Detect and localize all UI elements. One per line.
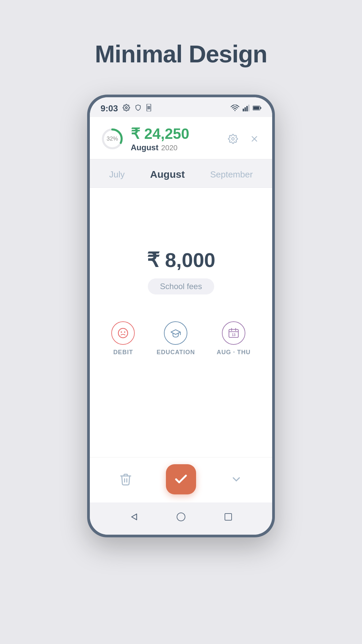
home-button[interactable] <box>173 508 189 525</box>
back-button[interactable] <box>125 508 142 525</box>
calendar-item: 13 AUG · THU <box>217 321 251 356</box>
phone-screen: 9:03 <box>90 97 272 535</box>
date-label: AUG · THU <box>217 349 251 356</box>
debit-icon-circle <box>111 321 135 345</box>
education-label: EDUCATION <box>157 349 195 356</box>
month-tabs[interactable]: July August September <box>90 159 272 187</box>
status-bar: 9:03 <box>90 97 272 117</box>
delete-button[interactable] <box>116 469 136 489</box>
tab-august[interactable]: August <box>143 167 191 182</box>
svg-marker-27 <box>131 514 136 520</box>
header-card: 32% ₹ 24,250 August 2020 <box>90 117 272 159</box>
recent-button[interactable] <box>220 508 237 525</box>
svg-rect-2 <box>147 106 150 109</box>
svg-point-3 <box>234 110 235 111</box>
tab-september[interactable]: September <box>203 167 259 182</box>
svg-rect-29 <box>225 514 232 520</box>
tab-july[interactable]: July <box>103 167 131 182</box>
phone-frame: 9:03 <box>87 95 275 537</box>
status-time: 9:03 <box>101 103 118 114</box>
content-area: ₹ 8,000 School fees <box>90 188 272 457</box>
svg-marker-20 <box>171 330 180 334</box>
header-month-row: August 2020 <box>131 143 189 152</box>
svg-point-28 <box>177 513 185 521</box>
signal-icon <box>243 105 249 113</box>
page-title: Minimal Design <box>95 40 267 68</box>
shield-icon <box>135 104 141 113</box>
svg-point-18 <box>121 331 122 333</box>
expand-button[interactable] <box>226 469 246 489</box>
bottom-bar <box>90 457 272 502</box>
svg-rect-6 <box>246 106 248 111</box>
header-left: 32% ₹ 24,250 August 2020 <box>101 125 189 152</box>
svg-point-0 <box>125 107 127 109</box>
debit-item: DEBIT <box>111 321 135 356</box>
close-button[interactable] <box>247 132 261 146</box>
svg-rect-4 <box>243 109 244 111</box>
header-month: August <box>131 143 159 152</box>
calendar-icon-circle: 13 <box>222 321 245 345</box>
budget-percent: 32% <box>107 136 118 142</box>
header-actions <box>226 132 261 146</box>
header-year: 2020 <box>161 144 178 152</box>
education-icon-circle <box>164 321 187 345</box>
confirm-button[interactable] <box>166 464 196 494</box>
battery-icon <box>253 105 261 112</box>
wifi-icon <box>231 105 239 113</box>
android-nav <box>90 502 272 535</box>
header-amount: ₹ 24,250 <box>131 125 189 142</box>
svg-text:13: 13 <box>232 333 236 337</box>
header-info: ₹ 24,250 August 2020 <box>131 125 189 152</box>
settings-button[interactable] <box>226 132 240 146</box>
budget-progress-circle: 32% <box>101 127 124 151</box>
svg-rect-5 <box>245 107 246 111</box>
svg-point-19 <box>124 331 125 333</box>
transaction-tag: School fees <box>148 278 214 294</box>
settings-icon <box>123 104 130 113</box>
education-item: EDUCATION <box>157 321 195 356</box>
status-left: 9:03 <box>101 103 152 114</box>
svg-point-13 <box>232 138 234 140</box>
svg-rect-7 <box>248 105 250 111</box>
status-right <box>231 105 261 113</box>
sim-icon <box>146 104 152 113</box>
transaction-amount: ₹ 8,000 <box>147 248 216 272</box>
svg-point-17 <box>118 328 128 338</box>
svg-rect-10 <box>253 106 259 109</box>
svg-rect-9 <box>260 107 261 109</box>
debit-label: DEBIT <box>113 349 133 356</box>
transaction-icons: DEBIT EDUCATION <box>101 321 261 356</box>
